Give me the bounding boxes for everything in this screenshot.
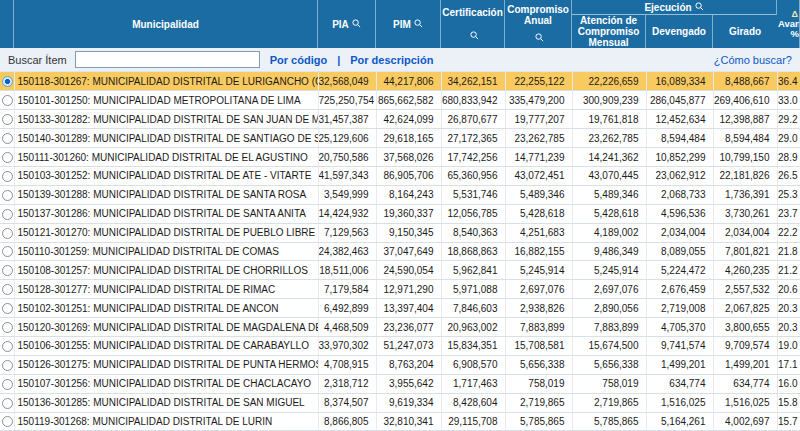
municipality-name: 150107-301256: MUNICIPALIDAD DISTRITAL D… xyxy=(14,374,318,393)
value-certificaci-n: 8,540,363 xyxy=(441,223,505,242)
value-girado: 2,557,532 xyxy=(713,280,777,299)
magnifier-icon[interactable] xyxy=(414,19,423,30)
radio-button[interactable] xyxy=(2,341,13,352)
table-row[interactable]: 150140-301289: MUNICIPALIDAD DISTRITAL D… xyxy=(0,129,800,148)
value-compromiso-anual: 5,785,865 xyxy=(505,412,572,431)
radio-button[interactable] xyxy=(2,416,13,427)
value-compromiso-anual: 7,883,899 xyxy=(505,318,572,337)
search-by-description-link[interactable]: Por descripción xyxy=(350,54,433,66)
value-pia: 31,457,387 xyxy=(318,110,376,129)
column-header-pim[interactable]: PIM xyxy=(376,0,441,48)
radio-button[interactable] xyxy=(2,95,13,106)
column-group-ejecucion[interactable]: Ejecución xyxy=(572,0,777,15)
column-header-avance[interactable]: Δ Avance % xyxy=(777,0,800,48)
table-row[interactable]: 150119-301268: MUNICIPALIDAD DISTRITAL D… xyxy=(0,412,800,431)
value-girado: 1,736,391 xyxy=(713,185,777,204)
value-avance-pct: 33.0 xyxy=(777,91,800,110)
radio-button[interactable] xyxy=(2,171,13,182)
value-devengado: 4,705,370 xyxy=(646,318,713,337)
radio-button[interactable] xyxy=(2,114,13,125)
table-row[interactable]: 150102-301251: MUNICIPALIDAD DISTRITAL D… xyxy=(0,299,800,318)
value-certificaci-n: 8,428,604 xyxy=(441,393,505,412)
radio-button[interactable] xyxy=(2,209,13,220)
value-pim: 8,164,243 xyxy=(376,185,441,204)
row-radio-cell xyxy=(0,280,14,299)
value-atenci-n-de-compromiso-mensual: 5,245,914 xyxy=(572,261,646,280)
value-avance-pct: 23.7 xyxy=(777,204,800,223)
row-radio-cell xyxy=(0,91,14,110)
value-certificaci-n: 6,908,570 xyxy=(441,355,505,374)
column-header-girado[interactable]: Girado xyxy=(713,15,777,48)
radio-button[interactable] xyxy=(2,133,13,144)
table-row[interactable]: 150137-301286: MUNICIPALIDAD DISTRITAL D… xyxy=(0,204,800,223)
value-girado: 22,181,826 xyxy=(713,166,777,185)
value-pim: 13,397,404 xyxy=(376,299,441,318)
value-certificaci-n: 65,360,956 xyxy=(441,166,505,185)
table-row[interactable]: 150103-301252: MUNICIPALIDAD DISTRITAL D… xyxy=(0,166,800,185)
radio-button[interactable] xyxy=(2,284,13,295)
table-row[interactable]: 150107-301256: MUNICIPALIDAD DISTRITAL D… xyxy=(0,374,800,393)
row-radio-cell xyxy=(0,185,14,204)
column-header-atencion-compromiso-mensual[interactable]: Atención de Compromiso Mensual xyxy=(572,15,646,48)
table-row[interactable]: 150120-301269: MUNICIPALIDAD DISTRITAL D… xyxy=(0,318,800,337)
radio-button[interactable] xyxy=(2,152,13,163)
value-atenci-n-de-compromiso-mensual: 14,241,362 xyxy=(572,148,646,167)
value-compromiso-anual: 5,489,346 xyxy=(505,185,572,204)
value-pim: 24,590,054 xyxy=(376,261,441,280)
magnifier-icon[interactable] xyxy=(535,33,544,44)
value-avance-pct: 16.0 xyxy=(777,374,800,393)
how-to-search-link[interactable]: ¿Cómo buscar? xyxy=(714,54,792,66)
magnifier-icon[interactable] xyxy=(695,2,704,13)
value-pia: 14,424,932 xyxy=(318,204,376,223)
column-header-compromiso-anual[interactable]: Compromiso Anual xyxy=(505,0,572,48)
value-avance-pct: 29.2 xyxy=(777,110,800,129)
radio-button[interactable] xyxy=(2,76,13,87)
table-row[interactable]: 150126-301275: MUNICIPALIDAD DISTRITAL D… xyxy=(0,355,800,374)
table-row[interactable]: 150101-301250: MUNICIPALIDAD METROPOLITA… xyxy=(0,91,800,110)
value-compromiso-anual: 2,697,076 xyxy=(505,280,572,299)
radio-button[interactable] xyxy=(2,360,13,371)
radio-button[interactable] xyxy=(2,228,13,239)
table-row[interactable]: 150121-301270: MUNICIPALIDAD DISTRITAL D… xyxy=(0,223,800,242)
column-header-devengado[interactable]: Devengado xyxy=(646,15,713,48)
radio-button[interactable] xyxy=(2,246,13,257)
table-row[interactable]: 150133-301282: MUNICIPALIDAD DISTRITAL D… xyxy=(0,110,800,129)
table-row[interactable]: 150108-301257: MUNICIPALIDAD DISTRITAL D… xyxy=(0,261,800,280)
column-label: Certificación xyxy=(442,7,503,18)
magnifier-icon[interactable] xyxy=(470,31,479,42)
value-avance-pct: 21.8 xyxy=(777,242,800,261)
value-girado: 9,709,574 xyxy=(713,336,777,355)
radio-button[interactable] xyxy=(2,265,13,276)
value-devengado: 5,224,472 xyxy=(646,261,713,280)
radio-button[interactable] xyxy=(2,379,13,390)
column-header-certificacion[interactable]: Certificación xyxy=(441,0,505,48)
column-header-municipalidad[interactable]: Municipalidad xyxy=(14,0,318,48)
radio-button[interactable] xyxy=(2,190,13,201)
value-devengado: 634,774 xyxy=(646,374,713,393)
column-label: Girado xyxy=(729,26,761,37)
value-devengado: 5,164,261 xyxy=(646,412,713,431)
radio-button[interactable] xyxy=(2,322,13,333)
table-row[interactable]: 150128-301277: MUNICIPALIDAD DISTRITAL D… xyxy=(0,280,800,299)
value-atenci-n-de-compromiso-mensual: 5,428,618 xyxy=(572,204,646,223)
table-row[interactable]: 150118-301267: MUNICIPALIDAD DISTRITAL D… xyxy=(0,72,800,91)
value-pim: 37,568,026 xyxy=(376,148,441,167)
search-by-code-link[interactable]: Por código xyxy=(270,54,327,66)
value-girado: 4,002,697 xyxy=(713,412,777,431)
magnifier-icon[interactable] xyxy=(352,19,361,30)
row-radio-cell xyxy=(0,374,14,393)
search-input[interactable] xyxy=(75,51,260,68)
radio-button[interactable] xyxy=(2,398,13,409)
column-header-pia[interactable]: PIA xyxy=(318,0,376,48)
value-atenci-n-de-compromiso-mensual: 19,761,818 xyxy=(572,110,646,129)
value-compromiso-anual: 5,656,338 xyxy=(505,355,572,374)
table-row[interactable]: 150110-301259: MUNICIPALIDAD DISTRITAL D… xyxy=(0,242,800,261)
table-row[interactable]: 150139-301288: MUNICIPALIDAD DISTRITAL D… xyxy=(0,185,800,204)
radio-button[interactable] xyxy=(2,303,13,314)
value-certificaci-n: 5,971,088 xyxy=(441,280,505,299)
value-pia: 33,970,302 xyxy=(318,336,376,355)
table-row[interactable]: 150136-301285: MUNICIPALIDAD DISTRITAL D… xyxy=(0,393,800,412)
table-row[interactable]: 150106-301255: MUNICIPALIDAD DISTRITAL D… xyxy=(0,336,800,355)
value-certificaci-n: 1,717,463 xyxy=(441,374,505,393)
table-row[interactable]: 150111-301260: MUNICIPALIDAD DISTRITAL D… xyxy=(0,148,800,167)
